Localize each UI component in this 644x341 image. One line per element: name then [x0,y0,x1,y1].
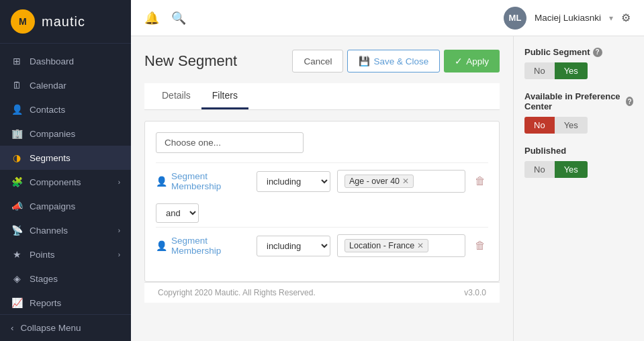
sidebar: M mautic ⊞ Dashboard 🗓 Calendar 👤 Contac… [0,0,131,341]
sidebar-item-label: Contacts [30,105,65,115]
collapse-menu-button[interactable]: ‹ Collapse Menu [0,314,131,341]
dashboard-icon: ⊞ [11,56,23,66]
filter-condition-select-2[interactable]: including excluding [257,236,330,256]
sidebar-item-label: Reports [30,298,61,308]
calendar-icon: 🗓 [11,80,23,91]
avatar-image: ML [504,7,526,30]
sidebar-item-stages[interactable]: ◈ Stages [0,266,131,291]
filter-area: Choose one... 👤 Segment Membership inclu… [144,121,500,282]
filter-tag-input-1[interactable]: Age - over 40 ✕ [337,170,465,193]
copyright-text: Copyright 2020 Mautic. All Rights Reserv… [158,288,316,297]
sidebar-item-points[interactable]: ★ Points › [0,242,131,266]
sidebar-item-calendar[interactable]: 🗓 Calendar [0,73,131,97]
user-dropdown-icon[interactable]: ▾ [609,13,613,23]
companies-icon: 🏢 [11,128,23,139]
save-icon: 💾 [359,56,370,66]
preference-center-yes-button[interactable]: Yes [555,117,588,134]
published-no-button[interactable]: No [524,161,555,178]
tab-filters[interactable]: Filters [201,83,248,109]
logo-text: mautic [42,14,85,30]
collapse-menu-label: Collapse Menu [21,323,81,333]
tab-bar: Details Filters [144,83,500,110]
chevron-right-icon: › [118,227,120,234]
points-icon: ★ [11,249,23,260]
person-icon: 👤 [156,176,167,187]
public-segment-help-icon[interactable]: ? [593,48,602,57]
connector-row: and or [156,199,488,227]
reports-icon: 📈 [11,297,23,308]
campaigns-icon: 📣 [11,201,23,211]
filter-label-1: 👤 Segment Membership [156,171,250,191]
chevron-left-icon: ‹ [11,323,14,333]
public-segment-toggle: No Yes [524,62,633,79]
preference-center-section: Available in Preference Center ? No Yes [524,91,633,134]
content-wrapper: New Segment Cancel 💾 Save & Close ✓ Appl… [131,36,644,341]
sidebar-item-label: Segments [30,153,71,163]
topbar: 🔔 🔍 ML Maciej Lukiasnki ▾ ⚙ [131,0,644,36]
version-text: v3.0.0 [464,288,486,297]
filter-label-2: 👤 Segment Membership [156,236,250,256]
sidebar-item-label: Companies [30,129,75,139]
logo-icon: M [11,9,35,34]
tab-details[interactable]: Details [151,83,201,109]
user-name[interactable]: Maciej Lukiasnki [535,13,601,23]
public-segment-section: Public Segment ? No Yes [524,47,633,79]
tag-remove-icon-2[interactable]: ✕ [417,241,424,250]
sidebar-item-contacts[interactable]: 👤 Contacts [0,97,131,121]
filter-condition-select-1[interactable]: including excluding [257,171,330,192]
public-segment-label: Public Segment ? [524,47,633,57]
right-sidebar: Public Segment ? No Yes Available in Pre… [513,36,644,341]
sidebar-item-channels[interactable]: 📡 Channels › [0,218,131,242]
settings-icon[interactable]: ⚙ [621,11,631,24]
sidebar-item-campaigns[interactable]: 📣 Campaigns [0,194,131,218]
preference-center-label: Available in Preference Center ? [524,91,633,111]
preference-center-help-icon[interactable]: ? [626,97,633,106]
chevron-right-icon: › [118,251,120,258]
connector-select[interactable]: and or [156,203,199,223]
main-area: 🔔 🔍 ML Maciej Lukiasnki ▾ ⚙ New Segment … [131,0,644,341]
filter-tag-input-2[interactable]: Location - France ✕ [337,234,465,257]
published-toggle: No Yes [524,161,633,178]
topbar-right: ML Maciej Lukiasnki ▾ ⚙ [504,7,631,30]
apply-button[interactable]: ✓ Apply [444,50,500,72]
sidebar-item-components[interactable]: 🧩 Components › [0,170,131,194]
filter-tag-1: Age - over 40 ✕ [344,175,414,188]
filter-delete-icon-2[interactable]: 🗑 [472,237,488,254]
check-icon: ✓ [455,56,463,66]
preference-center-toggle: No Yes [524,117,633,134]
sidebar-item-companies[interactable]: 🏢 Companies [0,121,131,146]
search-icon[interactable]: 🔍 [171,11,186,26]
tag-remove-icon[interactable]: ✕ [402,177,409,186]
sidebar-item-segments[interactable]: ◑ Segments [0,146,131,170]
sidebar-item-reports[interactable]: 📈 Reports [0,291,131,314]
published-label: Published [524,146,633,156]
filter-type-select[interactable]: Choose one... [156,132,304,153]
chevron-right-icon: › [118,179,120,186]
public-segment-yes-button[interactable]: Yes [555,62,588,79]
save-close-button[interactable]: 💾 Save & Close [347,50,440,72]
sidebar-item-dashboard[interactable]: ⊞ Dashboard [0,49,131,73]
filter-delete-icon-1[interactable]: 🗑 [472,173,488,190]
sidebar-item-label: Campaigns [30,201,75,211]
public-segment-no-button[interactable]: No [524,62,555,79]
filter-row-1: 👤 Segment Membership including excluding… [156,162,488,199]
topbar-left: 🔔 🔍 [144,11,186,26]
person-icon-2: 👤 [156,240,167,251]
notification-icon[interactable]: 🔔 [144,11,159,26]
filter-tag-2: Location - France ✕ [344,239,428,252]
cancel-button[interactable]: Cancel [292,50,343,72]
published-section: Published No Yes [524,146,633,178]
page-content: New Segment Cancel 💾 Save & Close ✓ Appl… [131,36,513,341]
sidebar-item-label: Points [30,250,55,260]
filter-select-wrapper: Choose one... [156,132,488,153]
page-footer: Copyright 2020 Mautic. All Rights Reserv… [144,282,500,303]
components-icon: 🧩 [11,177,23,187]
avatar: ML [504,7,526,30]
sidebar-item-label: Components [30,177,81,187]
sidebar-item-label: Dashboard [30,56,74,66]
published-yes-button[interactable]: Yes [555,161,588,178]
sidebar-item-label: Channels [30,226,68,236]
contacts-icon: 👤 [11,104,23,115]
channels-icon: 📡 [11,225,23,236]
preference-center-no-button[interactable]: No [524,117,555,134]
